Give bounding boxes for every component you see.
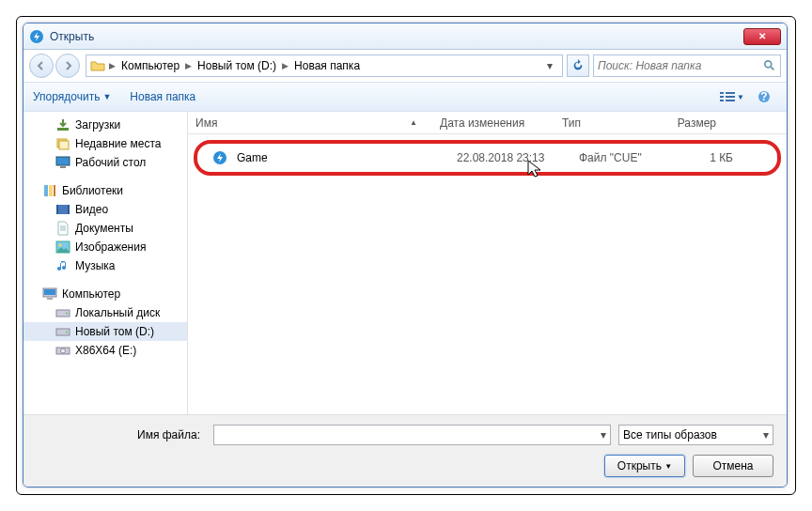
open-file-dialog: Открыть ✕ ▶ Компьютер ▶ Новый том (D:) ▶… [23,23,788,488]
svg-rect-25 [47,298,53,300]
sidebar-item-images[interactable]: Изображения [23,238,187,256]
svg-point-31 [61,348,66,353]
help-button[interactable]: ? [751,86,777,107]
svg-point-29 [66,332,68,333]
doc-icon [55,221,70,236]
svg-rect-17 [54,185,55,196]
svg-text:?: ? [760,90,767,103]
file-row[interactable]: Game 22.08.2018 23:13 Файл "CUE" 1 КБ [205,150,770,165]
chevron-right-icon[interactable]: ▶ [280,61,290,70]
file-type-filter[interactable]: Все типы образов ▾ [618,425,773,445]
forward-button[interactable] [55,54,80,78]
svg-rect-12 [59,141,69,149]
music-icon [55,258,70,273]
chevron-right-icon[interactable]: ▶ [183,61,194,70]
computer-icon [42,286,57,302]
svg-point-1 [765,61,772,68]
toolbar: Упорядочить ▼ Новая папка ▼ ? [23,82,787,112]
chevron-right-icon[interactable]: ▶ [107,61,117,70]
libraries-icon [42,183,57,198]
column-size[interactable]: Размер [658,116,724,130]
sidebar-item-documents[interactable]: Документы [23,219,187,238]
cancel-button[interactable]: Отмена [693,455,773,477]
desktop-icon [55,155,70,170]
svg-point-22 [59,244,62,247]
chevron-down-icon[interactable]: ▾ [601,428,606,441]
file-size: 1 КБ [675,151,741,164]
back-button[interactable] [29,54,54,78]
nav-buttons [29,54,82,78]
sidebar-item-video[interactable]: Видео [23,200,187,219]
file-name: Game [237,151,268,164]
sidebar-item-downloads[interactable]: Загрузки [23,116,187,134]
recent-icon [55,136,70,151]
column-headers: Имя ▲ Дата изменения Тип Размер [188,112,787,134]
svg-rect-14 [60,166,66,168]
nav-row: ▶ Компьютер ▶ Новый том (D:) ▶ Новая пап… [23,50,787,82]
svg-rect-20 [68,205,70,214]
svg-rect-3 [726,92,735,94]
sidebar-computer[interactable]: Компьютер [23,285,187,303]
sidebar-libraries[interactable]: Библиотеки [23,181,187,200]
download-icon [55,117,70,132]
sidebar-item-recent[interactable]: Недавние места [23,134,187,153]
file-date: 22.08.2018 23:13 [449,151,571,164]
svg-rect-15 [44,185,48,196]
view-mode-button[interactable]: ▼ [719,86,745,107]
filename-input[interactable] [218,428,601,441]
highlight-annotation: Game 22.08.2018 23:13 Файл "CUE" 1 КБ [194,140,781,176]
app-icon [29,29,44,44]
svg-rect-2 [720,92,724,94]
sidebar-item-new-volume[interactable]: Новый том (D:) [23,322,187,341]
svg-rect-10 [57,128,69,131]
hdd-icon [55,305,70,320]
breadcrumb-bar[interactable]: ▶ Компьютер ▶ Новый том (D:) ▶ Новая пап… [86,54,563,77]
hdd-icon [55,324,70,339]
sidebar-item-local-disk[interactable]: Локальный диск [23,303,187,322]
close-button[interactable]: ✕ [743,28,781,45]
sidebar: Загрузки Недавние места Рабочий стол Биб… [23,112,188,414]
svg-rect-7 [726,100,735,101]
svg-point-27 [66,313,68,315]
breadcrumb-computer[interactable]: Компьютер [119,57,181,74]
open-button[interactable]: Открыть ▼ [604,455,685,477]
cue-file-icon [212,150,227,165]
organize-button[interactable]: Упорядочить ▼ [33,90,111,103]
svg-rect-6 [720,100,724,101]
new-folder-button[interactable]: Новая папка [130,90,195,103]
search-icon [763,59,776,72]
filename-combo[interactable]: ▾ [213,425,611,445]
file-type: Файл "CUE" [571,151,675,164]
file-list: Game 22.08.2018 23:13 Файл "CUE" 1 КБ [188,134,787,414]
breadcrumb-folder[interactable]: Новая папка [292,57,362,74]
column-date[interactable]: Дата изменения [432,116,554,130]
svg-rect-16 [49,185,53,196]
dialog-title: Открыть [50,30,743,43]
column-name[interactable]: Имя ▲ [188,116,432,130]
sidebar-item-desktop[interactable]: Рабочий стол [23,153,187,172]
svg-rect-24 [44,289,55,295]
breadcrumb-dropdown[interactable]: ▾ [541,55,558,76]
cd-icon [55,343,70,358]
sort-indicator-icon: ▲ [410,118,425,127]
file-area: Имя ▲ Дата изменения Тип Размер Game 22.… [188,112,787,414]
column-type[interactable]: Тип [554,116,658,130]
svg-rect-19 [56,205,58,214]
refresh-icon [571,59,585,72]
svg-rect-13 [56,157,70,165]
svg-rect-5 [726,96,735,98]
refresh-button[interactable] [567,54,589,77]
search-box[interactable] [593,54,781,77]
search-input[interactable] [598,59,759,72]
video-icon [55,202,70,217]
sidebar-item-cd-drive[interactable]: X86X64 (E:) [23,341,187,360]
filename-label: Имя файла: [37,428,206,441]
chevron-down-icon: ▾ [763,428,769,441]
svg-rect-4 [720,96,724,98]
bottom-bar: Имя файла: ▾ Все типы образов ▾ Открыть … [23,414,787,487]
sidebar-item-music[interactable]: Музыка [23,256,187,275]
image-icon [55,240,70,255]
svg-rect-18 [56,205,70,214]
breadcrumb-drive[interactable]: Новый том (D:) [195,57,278,74]
title-bar: Открыть ✕ [23,23,787,50]
